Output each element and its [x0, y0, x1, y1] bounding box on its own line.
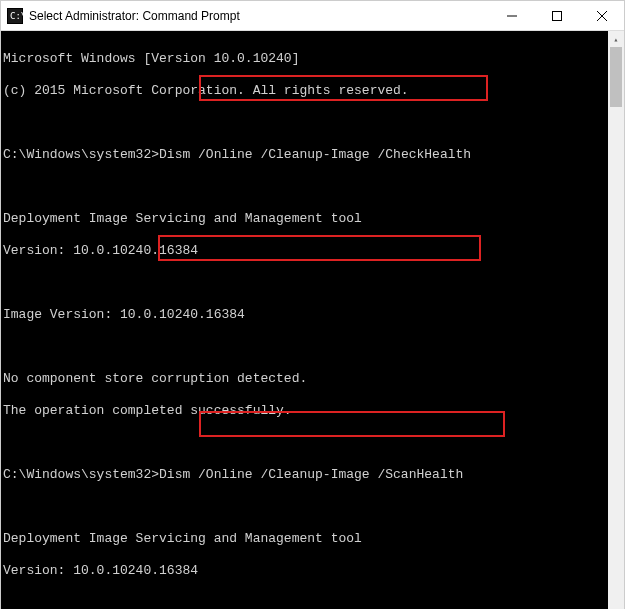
output-line: [3, 275, 606, 291]
window-title: Select Administrator: Command Prompt: [29, 9, 489, 23]
window-controls: [489, 1, 624, 31]
vertical-scrollbar[interactable]: ▴ ▾: [608, 31, 624, 609]
cmd-icon: C:\: [7, 8, 23, 24]
output-line: Microsoft Windows [Version 10.0.10240]: [3, 51, 606, 67]
output-line: [3, 179, 606, 195]
scrollbar-thumb[interactable]: [610, 47, 622, 107]
output-line: Image Version: 10.0.10240.16384: [3, 307, 606, 323]
scrollbar-track[interactable]: [608, 47, 624, 609]
output-line: [3, 115, 606, 131]
scroll-up-arrow-icon[interactable]: ▴: [608, 31, 624, 47]
terminal-output[interactable]: Microsoft Windows [Version 10.0.10240] (…: [1, 31, 608, 609]
svg-rect-4: [552, 11, 561, 20]
output-line: C:\Windows\system32>Dism /Online /Cleanu…: [3, 147, 606, 163]
command-prompt-window: C:\ Select Administrator: Command Prompt…: [0, 0, 625, 609]
output-line: The operation completed successfully.: [3, 403, 606, 419]
titlebar[interactable]: C:\ Select Administrator: Command Prompt: [1, 1, 624, 31]
close-button[interactable]: [579, 1, 624, 31]
output-line: Deployment Image Servicing and Managemen…: [3, 211, 606, 227]
minimize-button[interactable]: [489, 1, 534, 31]
output-line: Version: 10.0.10240.16384: [3, 243, 606, 259]
output-line: Version: 10.0.10240.16384: [3, 563, 606, 579]
output-line: No component store corruption detected.: [3, 371, 606, 387]
output-line: Deployment Image Servicing and Managemen…: [3, 531, 606, 547]
svg-text:C:\: C:\: [10, 11, 23, 21]
maximize-button[interactable]: [534, 1, 579, 31]
output-line: [3, 339, 606, 355]
output-line: [3, 499, 606, 515]
output-line: C:\Windows\system32>Dism /Online /Cleanu…: [3, 467, 606, 483]
output-line: [3, 595, 606, 609]
output-line: (c) 2015 Microsoft Corporation. All righ…: [3, 83, 606, 99]
output-line: [3, 435, 606, 451]
terminal-wrapper: Microsoft Windows [Version 10.0.10240] (…: [1, 31, 624, 609]
